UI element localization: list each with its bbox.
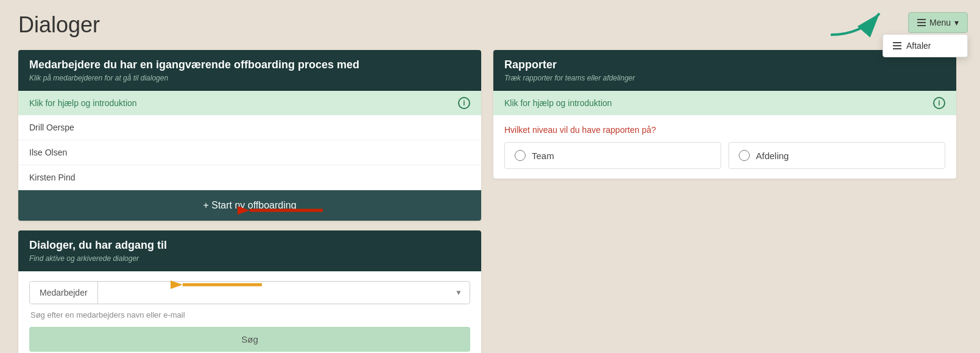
- rapporter-help-row[interactable]: Klik for hjælp og introduktion i: [493, 91, 956, 115]
- radio-options: Team Afdeling: [504, 142, 945, 169]
- menu-item-icon: [893, 42, 901, 49]
- menu-chevron-icon: ▾: [954, 18, 959, 27]
- menu-button[interactable]: Menu ▾: [908, 12, 968, 33]
- employee-item-0[interactable]: Drill Oerspe: [18, 115, 481, 140]
- level-question: Hvilket niveau vil du have rapporten på?: [504, 125, 945, 135]
- offboarding-help-row[interactable]: Klik for hjælp og introduktion i: [18, 91, 481, 115]
- menu-item-label: Aftaler: [906, 41, 931, 51]
- dialoger-card: Dialoger, du har adgang til Find aktive …: [18, 230, 481, 353]
- employee-list: Drill Oerspe Ilse Olsen Kirsten Pind: [18, 115, 481, 190]
- rapporter-subtitle: Træk rapporter for teams eller afdelinge…: [504, 74, 945, 82]
- rapporter-title: Rapporter: [504, 59, 945, 71]
- hamburger-icon: [917, 19, 926, 26]
- select-arrow-icon: ▼: [448, 282, 470, 304]
- dialoger-title: Dialoger, du har adgang til: [29, 239, 470, 252]
- offboarding-card-header: Medarbejdere du har en igangværende offb…: [18, 50, 481, 91]
- rapporter-info-icon[interactable]: i: [933, 97, 945, 109]
- radio-afdeling[interactable]: [739, 150, 750, 161]
- menu-item-aftaler[interactable]: Aftaler: [883, 35, 967, 57]
- search-row: Medarbejder ▼: [29, 281, 470, 304]
- dialoger-card-header: Dialoger, du har adgang til Find aktive …: [18, 230, 481, 271]
- search-hint: Søg efter en medarbejders navn eller e-m…: [29, 310, 470, 319]
- radio-option-team[interactable]: Team: [504, 142, 721, 169]
- employee-item-2[interactable]: Kirsten Pind: [18, 165, 481, 190]
- radio-afdeling-label: Afdeling: [756, 151, 789, 161]
- menu-dropdown: Aftaler: [883, 34, 968, 57]
- offboarding-info-icon[interactable]: i: [458, 97, 470, 109]
- employee-item-1[interactable]: Ilse Olsen: [18, 140, 481, 165]
- menu-button-label: Menu: [929, 18, 951, 27]
- rapporter-card: Rapporter Træk rapporter for teams eller…: [493, 50, 956, 179]
- search-label: Medarbejder: [30, 282, 98, 304]
- dialoger-subtitle: Find aktive og arkiverede dialoger: [29, 254, 470, 263]
- employee-name-0: Drill Oerspe: [29, 123, 74, 132]
- dialoger-search-body: Medarbejder ▼ Søg efter en medarbejders …: [18, 271, 481, 353]
- right-panel: Rapporter Træk rapporter for teams eller…: [493, 50, 956, 179]
- search-button[interactable]: Søg: [29, 327, 470, 352]
- offboarding-card: Medarbejdere du har en igangværende offb…: [18, 50, 481, 221]
- radio-option-afdeling[interactable]: Afdeling: [728, 142, 945, 169]
- rapporter-help-text: Klik for hjælp og introduktion: [504, 98, 612, 108]
- rapporter-body: Hvilket niveau vil du have rapporten på?…: [493, 115, 956, 179]
- radio-team[interactable]: [515, 150, 526, 161]
- main-layout: Medarbejdere du har en igangværende offb…: [18, 50, 962, 353]
- offboarding-title: Medarbejdere du har en igangværende offb…: [29, 59, 470, 71]
- employee-name-2: Kirsten Pind: [29, 173, 75, 182]
- left-panel: Medarbejdere du har en igangværende offb…: [18, 50, 481, 353]
- employee-name-1: Ilse Olsen: [29, 148, 67, 157]
- page-title: Dialoger: [18, 12, 962, 38]
- offboarding-subtitle: Klik på medarbejderen for at gå til dial…: [29, 74, 470, 82]
- employee-select[interactable]: [98, 282, 448, 304]
- radio-team-label: Team: [532, 151, 554, 161]
- start-offboarding-button[interactable]: + Start ny offboarding: [18, 190, 481, 221]
- offboarding-help-text: Klik for hjælp og introduktion: [29, 98, 137, 108]
